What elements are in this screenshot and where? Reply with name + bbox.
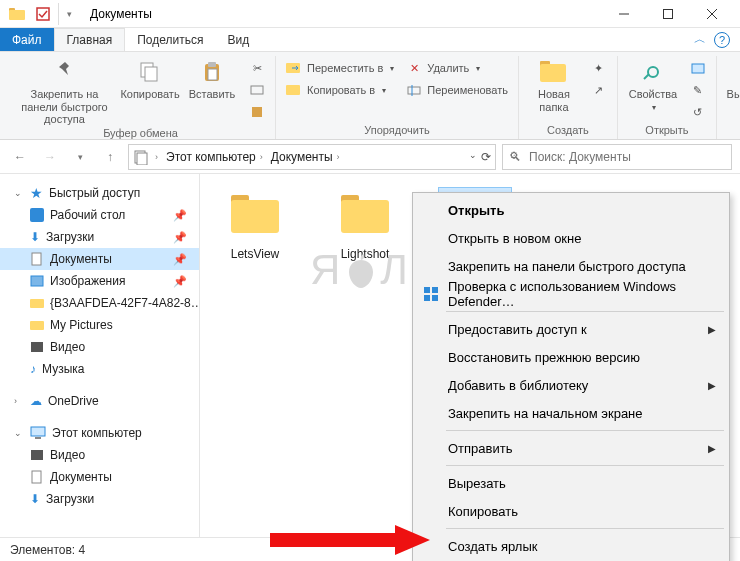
up-button[interactable]: ↑: [98, 145, 122, 169]
move-to-button[interactable]: Переместить в▾: [282, 58, 398, 78]
rename-button[interactable]: Переименовать: [402, 80, 512, 100]
ctx-restore-previous[interactable]: Восстановить прежнюю версию: [416, 343, 726, 371]
new-folder-icon: [538, 58, 570, 86]
back-button[interactable]: ←: [8, 145, 32, 169]
ctx-open-new-window[interactable]: Открыть в новом окне: [416, 224, 726, 252]
navigation-tree: ⌄★Быстрый доступ Рабочий стол📌 ⬇Загрузки…: [0, 174, 200, 537]
tree-my-pictures[interactable]: My Pictures: [0, 314, 199, 336]
window-title: Документы: [90, 7, 152, 21]
tab-home[interactable]: Главная: [54, 28, 126, 51]
tree-documents[interactable]: Документы📌: [0, 248, 199, 270]
address-bar[interactable]: › Этот компьютер› Документы› ⌄ ⟳: [128, 144, 496, 170]
chevron-down-icon: ▾: [390, 64, 394, 73]
breadcrumb-current[interactable]: Документы›: [269, 150, 342, 164]
qat-item-icon[interactable]: [32, 3, 54, 25]
tree-pc-video[interactable]: Видео: [0, 444, 199, 466]
tree-pc-downloads[interactable]: ⬇Загрузки: [0, 488, 199, 510]
group-clipboard: Закрепить на панели быстрого доступа Коп…: [6, 56, 276, 139]
copy-icon: [134, 58, 166, 86]
paste-icon: [196, 58, 228, 86]
paste-shortcut-button[interactable]: [245, 102, 269, 122]
ctx-send-to[interactable]: Отправить▶: [416, 434, 726, 462]
breadcrumb-sep[interactable]: ›: [153, 152, 160, 162]
svg-rect-31: [30, 299, 44, 308]
tree-downloads[interactable]: ⬇Загрузки📌: [0, 226, 199, 248]
new-folder-button[interactable]: Новая папка: [525, 56, 583, 113]
svg-rect-19: [540, 64, 566, 82]
chevron-down-icon: ▾: [476, 64, 480, 73]
ctx-separator: [446, 430, 724, 431]
submenu-arrow-icon: ▶: [708, 324, 716, 335]
ctx-add-to-library[interactable]: Добавить в библиотеку▶: [416, 371, 726, 399]
documents-icon: [30, 252, 44, 266]
copy-button[interactable]: Копировать: [121, 56, 179, 101]
copy-to-button[interactable]: Копировать в▾: [282, 80, 398, 100]
open-button[interactable]: [686, 58, 710, 78]
expand-icon[interactable]: ⌄: [14, 188, 24, 198]
tab-file[interactable]: Файл: [0, 28, 54, 51]
this-pc-icon: [30, 426, 46, 440]
tree-music[interactable]: ♪Музыка: [0, 358, 199, 380]
tree-pc-documents[interactable]: Документы: [0, 466, 199, 488]
ctx-pin-quick-access[interactable]: Закрепить на панели быстрого доступа: [416, 252, 726, 280]
ctx-pin-to-start[interactable]: Закрепить на начальном экране: [416, 399, 726, 427]
chevron-down-icon: ▾: [652, 103, 656, 112]
refresh-button[interactable]: ⟳: [481, 150, 491, 164]
maximize-button[interactable]: [646, 0, 690, 28]
group-label-open: Открыть: [645, 123, 688, 139]
tree-video[interactable]: Видео: [0, 336, 199, 358]
paste-button[interactable]: Вставить: [183, 56, 241, 101]
tree-pictures[interactable]: Изображения📌: [0, 270, 199, 292]
minimize-button[interactable]: [602, 0, 646, 28]
folder-item[interactable]: LetsView: [210, 188, 300, 261]
select-button[interactable]: Выделить▾: [723, 56, 740, 112]
cut-button[interactable]: ✂: [245, 58, 269, 78]
pin-to-quick-access-button[interactable]: Закрепить на панели быстрого доступа: [12, 56, 117, 126]
breadcrumb-root[interactable]: Этот компьютер›: [164, 150, 265, 164]
tree-guid-folder[interactable]: {B3AAFDEA-42F7-4A82-8…: [0, 292, 199, 314]
delete-icon: ✕: [406, 60, 422, 76]
recent-locations-button[interactable]: ▾: [68, 145, 92, 169]
tree-this-pc[interactable]: ⌄Этот компьютер: [0, 422, 199, 444]
svg-rect-13: [252, 107, 262, 117]
copy-path-button[interactable]: [245, 80, 269, 100]
new-item-button[interactable]: ✦: [587, 58, 611, 78]
tree-desktop[interactable]: Рабочий стол📌: [0, 204, 199, 226]
svg-rect-29: [32, 253, 41, 265]
expand-icon[interactable]: ⌄: [14, 428, 24, 438]
ctx-create-shortcut[interactable]: Создать ярлык: [416, 532, 726, 560]
tab-share[interactable]: Поделиться: [125, 28, 215, 51]
delete-button[interactable]: ✕Удалить▾: [402, 58, 512, 78]
qat-dropdown-icon[interactable]: ▾: [58, 3, 80, 25]
svg-rect-4: [664, 9, 673, 18]
ctx-open[interactable]: Открыть: [416, 196, 726, 224]
help-icon[interactable]: ?: [714, 32, 730, 48]
select-icon: [736, 58, 740, 86]
forward-button[interactable]: →: [38, 145, 62, 169]
tab-view[interactable]: Вид: [215, 28, 261, 51]
expand-icon[interactable]: ›: [14, 396, 24, 406]
svg-point-20: [648, 67, 658, 77]
address-dropdown-button[interactable]: ⌄: [469, 150, 477, 164]
edit-button[interactable]: ✎: [686, 80, 710, 100]
tree-onedrive[interactable]: ›☁OneDrive: [0, 390, 199, 412]
group-create: Новая папка ✦ ↗ Создать: [519, 56, 618, 139]
copy-to-icon: [286, 82, 302, 98]
history-button[interactable]: ↺: [686, 102, 710, 122]
tree-quick-access[interactable]: ⌄★Быстрый доступ: [0, 182, 199, 204]
pin-icon: [49, 58, 81, 86]
search-box[interactable]: 🔍︎: [502, 144, 732, 170]
ctx-windows-defender[interactable]: Проверка с использованием Windows Defend…: [416, 280, 726, 308]
ctx-grant-access[interactable]: Предоставить доступ к▶: [416, 315, 726, 343]
ribbon-collapse[interactable]: ︿ ?: [694, 28, 740, 51]
ctx-cut[interactable]: Вырезать: [416, 469, 726, 497]
close-button[interactable]: [690, 0, 734, 28]
easy-access-button[interactable]: ↗: [587, 80, 611, 100]
svg-rect-10: [208, 62, 216, 67]
search-input[interactable]: [527, 149, 725, 165]
properties-button[interactable]: Свойства▾: [624, 56, 682, 112]
ctx-copy[interactable]: Копировать: [416, 497, 726, 525]
folder-item[interactable]: Lightshot: [320, 188, 410, 261]
properties-icon: [637, 58, 669, 86]
rename-icon: [406, 82, 422, 98]
